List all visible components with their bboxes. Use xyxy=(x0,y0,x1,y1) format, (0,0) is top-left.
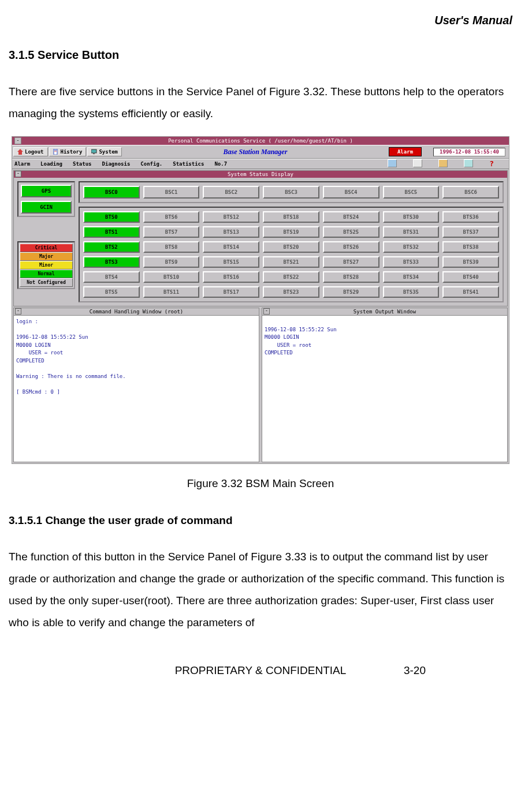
help-icon[interactable]: ? xyxy=(489,159,494,169)
output-window-titlebar: - System Output Window xyxy=(262,308,507,316)
figure-caption: Figure 3.32 BSM Main Screen xyxy=(9,476,512,492)
bts-button-bts32[interactable]: BTS32 xyxy=(383,241,440,253)
bts-button-bts17[interactable]: BTS17 xyxy=(203,286,259,298)
alarm-button[interactable]: Alarm xyxy=(389,147,422,156)
bts-button-bts36[interactable]: BTS36 xyxy=(442,211,499,223)
bts-button-bts34[interactable]: BTS34 xyxy=(383,271,440,283)
legend-major: Major xyxy=(20,252,73,261)
bts-button-bts27[interactable]: BTS27 xyxy=(323,256,379,268)
bts-button-bts37[interactable]: BTS37 xyxy=(442,226,499,238)
bts-button-bts24[interactable]: BTS24 xyxy=(323,211,379,223)
bts-button-bts33[interactable]: BTS33 xyxy=(383,256,440,268)
bsc-button-bsc3[interactable]: BSC3 xyxy=(263,186,319,199)
bts-button-bts11[interactable]: BTS11 xyxy=(143,286,200,298)
bts-button-bts28[interactable]: BTS28 xyxy=(323,271,379,283)
bts-button-bts12[interactable]: BTS12 xyxy=(203,211,259,223)
monitor-icon xyxy=(91,149,97,155)
status-display-window: - System Status Display GPS GCIN Critica… xyxy=(13,170,508,306)
svg-rect-4 xyxy=(91,149,96,153)
bts-button-bts10[interactable]: BTS10 xyxy=(143,271,200,283)
section-heading: 3.1.5 Service Button xyxy=(9,46,512,63)
bts-button-bts23[interactable]: BTS23 xyxy=(263,286,319,298)
history-button[interactable]: History xyxy=(49,147,87,156)
svg-marker-0 xyxy=(17,149,23,155)
bts-button-bts3[interactable]: BTS3 xyxy=(83,256,140,268)
bts-button-bts29[interactable]: BTS29 xyxy=(323,286,379,298)
bts-button-bts20[interactable]: BTS20 xyxy=(263,241,319,253)
bts-button-bts35[interactable]: BTS35 xyxy=(383,286,440,298)
bts-button-bts14[interactable]: BTS14 xyxy=(203,241,259,253)
bsc-button-bsc1[interactable]: BSC1 xyxy=(143,186,200,199)
bts-button-bts30[interactable]: BTS30 xyxy=(383,211,440,223)
bts-button-bts19[interactable]: BTS19 xyxy=(263,226,319,238)
bts-button-bts7[interactable]: BTS7 xyxy=(143,226,200,238)
bsc-button-bsc0[interactable]: BSC0 xyxy=(83,186,140,199)
bts-button-bts9[interactable]: BTS9 xyxy=(143,256,200,268)
bts-button-bts26[interactable]: BTS26 xyxy=(323,241,379,253)
menu-status[interactable]: Status xyxy=(73,159,92,169)
footer-confidential: PROPRIETARY & CONFIDENTIAL xyxy=(175,664,347,676)
command-window: - Command Handling Window (root) login :… xyxy=(13,308,259,462)
window-menu-icon[interactable]: - xyxy=(14,137,21,144)
bsc-button-bsc2[interactable]: BSC2 xyxy=(203,186,259,199)
bts-button-bts15[interactable]: BTS15 xyxy=(203,256,259,268)
bts-button-bts22[interactable]: BTS22 xyxy=(263,271,319,283)
home-icon xyxy=(17,149,23,155)
app-title: Base Station Manager xyxy=(122,147,389,157)
svg-rect-5 xyxy=(93,154,95,154)
bts-button-bts5[interactable]: BTS5 xyxy=(83,286,140,298)
bts-button-bts1[interactable]: BTS1 xyxy=(83,226,140,238)
system-button[interactable]: System xyxy=(87,147,122,156)
timestamp: 1996-12-08 15:55:40 xyxy=(433,148,505,156)
paragraph-2: The function of this button in the Servi… xyxy=(9,546,512,634)
bts-button-bts4[interactable]: BTS4 xyxy=(83,271,140,283)
bts-button-bts41[interactable]: BTS41 xyxy=(442,286,499,298)
bts-button-bts6[interactable]: BTS6 xyxy=(143,211,200,223)
bts-button-bts13[interactable]: BTS13 xyxy=(203,226,259,238)
bts-button-bts40[interactable]: BTS40 xyxy=(442,271,499,283)
bts-button-bts39[interactable]: BTS39 xyxy=(442,256,499,268)
output-window: - System Output Window 1996-12-08 15:55:… xyxy=(262,308,508,462)
command-window-output[interactable]: login : 1996-12-08 15:55:22 Sun M0000 LO… xyxy=(14,316,259,462)
logout-button[interactable]: Logout xyxy=(13,147,48,156)
subsection-heading: 3.1.5.1 Change the user grade of command xyxy=(9,512,512,529)
paragraph-1: There are five service buttons in the Se… xyxy=(9,81,512,125)
bsm-screenshot: - Personal Communications Service ( /use… xyxy=(12,136,509,464)
bts-button-bts0[interactable]: BTS0 xyxy=(83,211,140,223)
command-menu-icon[interactable]: - xyxy=(15,308,21,315)
bts-button-bts21[interactable]: BTS21 xyxy=(263,256,319,268)
output-menu-icon[interactable]: - xyxy=(263,308,270,315)
gps-button[interactable]: GPS xyxy=(21,185,72,197)
bts-button-bts31[interactable]: BTS31 xyxy=(383,226,440,238)
output-window-output: 1996-12-08 15:55:22 Sun M0000 LOGIN USER… xyxy=(262,316,507,462)
status-menu-icon[interactable]: - xyxy=(15,171,21,177)
menu-diagnosis[interactable]: Diagnosis xyxy=(102,159,131,169)
toolbar: Logout History System Base Station Manag… xyxy=(12,145,509,159)
service-icon-1[interactable] xyxy=(388,159,397,167)
bts-button-bts16[interactable]: BTS16 xyxy=(203,271,259,283)
status-display-titlebar: - System Status Display xyxy=(14,171,507,178)
service-icon-4[interactable] xyxy=(464,159,473,167)
service-icon-2[interactable] xyxy=(413,159,422,167)
bts-button-bts18[interactable]: BTS18 xyxy=(263,211,319,223)
command-window-titlebar: - Command Handling Window (root) xyxy=(14,308,259,316)
menu-config[interactable]: Config. xyxy=(140,159,162,169)
service-icon-3[interactable] xyxy=(438,159,448,167)
menu-loading[interactable]: Loading xyxy=(40,159,62,169)
bsc-button-bsc6[interactable]: BSC6 xyxy=(442,186,499,199)
bsc-button-bsc5[interactable]: BSC5 xyxy=(383,186,440,199)
bts-button-bts2[interactable]: BTS2 xyxy=(83,241,140,253)
legend-normal: Normal xyxy=(20,270,73,278)
menu-statistics[interactable]: Statistics xyxy=(173,159,204,169)
gcin-button[interactable]: GCIN xyxy=(21,201,72,214)
legend-critical: Critical xyxy=(20,244,73,252)
legend-minor: Minor xyxy=(20,261,73,270)
legend-not-configured: Not Configured xyxy=(20,278,73,287)
menu-no7[interactable]: No.7 xyxy=(214,159,227,169)
bts-button-bts25[interactable]: BTS25 xyxy=(323,226,379,238)
bts-button-bts38[interactable]: BTS38 xyxy=(442,241,499,253)
window-title-text: Personal Communications Service ( /user/… xyxy=(168,138,353,144)
bsc-button-bsc4[interactable]: BSC4 xyxy=(323,186,379,199)
bts-button-bts8[interactable]: BTS8 xyxy=(143,241,200,253)
menu-alarm[interactable]: Alarm xyxy=(14,159,30,169)
